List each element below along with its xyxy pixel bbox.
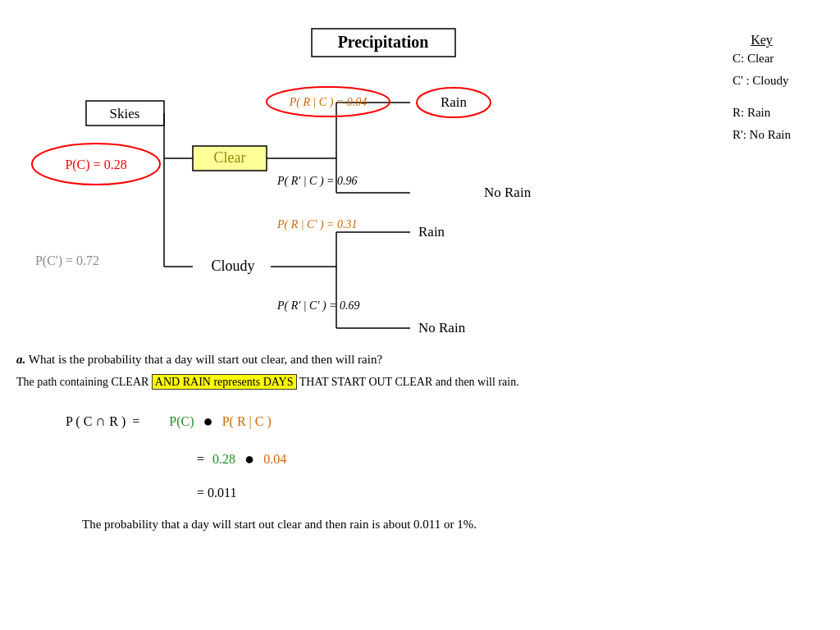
key-cprime: C' : Cloudy	[733, 70, 791, 92]
key-c: C: Clear	[733, 48, 791, 70]
svg-text:P(C) = 0.28: P(C) = 0.28	[65, 158, 126, 172]
path-explanation: The path containing CLEAR AND RAIN repre…	[16, 373, 824, 391]
formula-lhs: P ( C ∩ R ) =	[66, 405, 143, 438]
question-text: What is the probability that a day will …	[29, 353, 382, 366]
svg-text:Clear: Clear	[214, 149, 246, 166]
question-letter: a.	[16, 353, 25, 366]
formula-line-2: = 0.28 ● 0.04	[197, 441, 824, 477]
formula-line-3: = 0.011	[197, 478, 824, 507]
formula-prc-value: P( R | C )	[222, 407, 272, 436]
key-section: Key C: Clear C' : Cloudy R: Rain R': No …	[733, 33, 791, 146]
explanation-highlight: AND RAIN represents DAYS	[152, 374, 297, 390]
svg-text:No Rain: No Rain	[484, 185, 532, 200]
tree-area: Precipitation Skies P(C) = 0.28 P(C') = …	[16, 16, 640, 369]
question-section: a. What is the probability that a day wi…	[16, 353, 824, 532]
svg-text:P(C') = 0.72: P(C') = 0.72	[35, 253, 99, 268]
formula-bullet-1: ●	[199, 403, 217, 439]
svg-text:Precipitation: Precipitation	[338, 33, 429, 52]
key-r: R: Rain	[733, 102, 791, 124]
explanation-after: THAT START OUT CLEAR and then will rain.	[297, 376, 519, 388]
svg-text:Skies: Skies	[110, 106, 140, 121]
svg-text:P( R' | C' ) = 0.69: P( R' | C' ) = 0.69	[276, 299, 360, 313]
svg-text:P( R | C ) = 0.04: P( R | C ) = 0.04	[289, 96, 368, 109]
formula-028: 0.28	[212, 445, 235, 473]
formula-004: 0.04	[263, 445, 286, 473]
formula-pc-value: P(C)	[169, 407, 194, 436]
explanation-before: The path containing CLEAR	[16, 376, 152, 388]
key-rprime: R': No Rain	[733, 124, 791, 146]
formula-eq2: =	[197, 445, 208, 473]
formula-section: P ( C ∩ R ) = P(C) ● P( R | C ) = 0.28 ●…	[66, 403, 824, 507]
formula-result: = 0.011	[197, 478, 236, 507]
svg-text:Rain: Rain	[441, 94, 468, 110]
svg-text:No Rain: No Rain	[418, 320, 466, 336]
formula-bullet-2: ●	[240, 441, 258, 477]
formula-line-1: P ( C ∩ R ) = P(C) ● P( R | C )	[66, 403, 824, 439]
formula-pc	[148, 407, 164, 436]
svg-text:P( R' | C ) = 0.96: P( R' | C ) = 0.96	[276, 175, 358, 188]
main-container: Key C: Clear C' : Cloudy R: Rain R': No …	[0, 0, 840, 630]
final-statement: The probability that a day will start ou…	[82, 518, 824, 532]
tree-svg: Precipitation Skies P(C) = 0.28 P(C') = …	[16, 16, 640, 369]
question-line: a. What is the probability that a day wi…	[16, 353, 824, 367]
svg-text:P( R | C' ) = 0.31: P( R | C' ) = 0.31	[276, 218, 358, 231]
key-title: Key	[733, 33, 791, 48]
svg-text:Cloudy: Cloudy	[211, 258, 254, 274]
svg-text:Rain: Rain	[418, 224, 445, 240]
